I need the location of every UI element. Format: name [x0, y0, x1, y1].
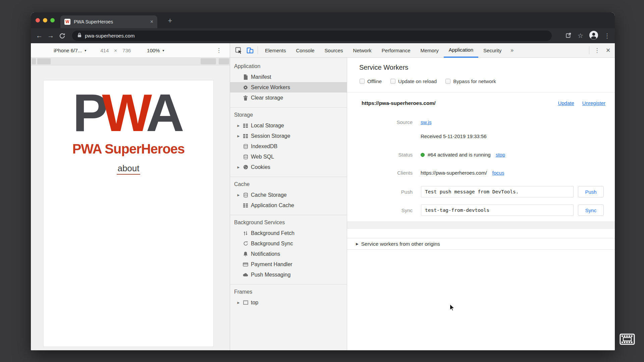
tab-performance[interactable]: Performance: [377, 43, 416, 58]
tab-sources[interactable]: Sources: [320, 43, 348, 58]
update-on-reload-checkbox[interactable]: Update on reload: [390, 78, 437, 84]
clients-label: Clients: [347, 170, 413, 176]
expand-triangle-icon[interactable]: ▶: [235, 124, 241, 127]
bell-icon: [241, 251, 250, 257]
device-name: iPhone 6/7...: [54, 48, 82, 53]
push-message-input[interactable]: [421, 186, 574, 197]
tab-console[interactable]: Console: [291, 43, 320, 58]
forward-icon[interactable]: →: [45, 32, 56, 40]
update-link[interactable]: Update: [558, 100, 574, 106]
url-bar[interactable]: pwa-superheroes.com: [72, 31, 552, 41]
scroll-segment: [37, 58, 51, 64]
table-icon: [241, 123, 250, 128]
sidebar-item-clear-storage[interactable]: Clear storage: [230, 93, 347, 103]
minimize-window-button[interactable]: [43, 18, 47, 22]
device-height[interactable]: 736: [122, 48, 131, 53]
avatar[interactable]: [589, 31, 598, 41]
frame-icon: [241, 300, 250, 305]
focus-link[interactable]: focus: [492, 170, 504, 176]
open-in-window-icon[interactable]: [566, 32, 572, 40]
sidebar-item-background-fetch[interactable]: Background Fetch: [230, 228, 347, 238]
new-tab-button[interactable]: +: [165, 16, 175, 25]
expand-triangle-icon[interactable]: ▶: [235, 301, 241, 304]
horizontal-scroll-track[interactable]: [31, 58, 230, 65]
expand-triangle-icon[interactable]: ▶: [235, 134, 241, 138]
tab-network[interactable]: Network: [348, 43, 377, 58]
tab-strip: W PWA SuperHeroes × +: [31, 12, 615, 28]
status-text: #64 activated and is running: [428, 152, 491, 158]
sidebar-item-indexeddb[interactable]: IndexedDB: [230, 141, 347, 152]
expand-triangle-icon[interactable]: ▶: [235, 193, 241, 197]
reload-icon[interactable]: [56, 33, 68, 39]
sidebar-item-application-cache[interactable]: Application Cache: [230, 200, 347, 210]
devtools-close-icon[interactable]: ✕: [601, 47, 615, 54]
devtools-body: Application Manifest Service Workers: [230, 58, 615, 350]
devtools-menu-icon[interactable]: ⋮: [593, 47, 601, 54]
sync-arrows-icon: [241, 241, 250, 246]
dimension-times-icon: ×: [114, 48, 117, 53]
more-tabs-icon[interactable]: »: [511, 47, 514, 53]
checkbox-box[interactable]: [445, 79, 450, 84]
browser-toolbar: ← → pwa-superheroes.com ☆ ⋮: [31, 28, 615, 43]
device-toolbar-toggle-icon[interactable]: [244, 47, 256, 54]
sidebar-item-push-messaging[interactable]: Push Messaging: [230, 269, 347, 280]
chevron-down-icon: ▾: [162, 49, 164, 52]
browser-tab[interactable]: W PWA SuperHeroes ×: [60, 15, 157, 28]
sidebar-item-notifications[interactable]: Notifications: [230, 249, 347, 259]
tab-elements[interactable]: Elements: [260, 43, 291, 58]
sync-tag-input[interactable]: [421, 204, 574, 216]
tab-close-icon[interactable]: ×: [150, 19, 153, 25]
source-file-link[interactable]: sw.js: [421, 119, 432, 125]
device-width[interactable]: 414: [100, 48, 109, 53]
sidebar-item-local-storage[interactable]: ▶ Local Storage: [230, 120, 347, 131]
device-dimensions: 414 × 736: [100, 48, 131, 53]
sidebar-item-background-sync[interactable]: Background Sync: [230, 238, 347, 249]
trash-icon: [241, 95, 250, 101]
tab-application[interactable]: Application: [444, 43, 478, 58]
back-icon[interactable]: ←: [34, 32, 45, 40]
section-divider-band: [347, 222, 615, 229]
application-sidebar: Application Manifest Service Workers: [230, 58, 347, 350]
client-url: https://pwa-superheroes.com/: [421, 170, 487, 176]
about-link[interactable]: about: [117, 163, 140, 175]
table-icon: [241, 203, 250, 208]
cloud-icon: [241, 273, 250, 277]
lock-icon: [77, 33, 82, 39]
checkbox-box[interactable]: [390, 79, 395, 84]
sidebar-item-manifest[interactable]: Manifest: [230, 72, 347, 82]
offline-checkbox[interactable]: Offline: [360, 78, 382, 84]
sidebar-item-top-frame[interactable]: ▶ top: [230, 297, 347, 308]
zoom-selector[interactable]: 100% ▾: [147, 48, 164, 53]
sidebar-section-cache: Cache: [230, 177, 347, 190]
sidebar-item-payment-handler[interactable]: Payment Handler: [230, 259, 347, 269]
bypass-for-network-checkbox[interactable]: Bypass for network: [445, 78, 496, 84]
fullscreen-window-button[interactable]: [50, 18, 55, 22]
sidebar-item-cache-storage[interactable]: ▶ Cache Storage: [230, 190, 347, 200]
database-icon: [241, 192, 250, 198]
sidebar-item-service-workers[interactable]: Service Workers: [230, 82, 347, 93]
tab-security[interactable]: Security: [478, 43, 506, 58]
scroll-segment: [32, 58, 36, 64]
sidebar-section-background-services: Background Services: [230, 215, 347, 228]
inspect-element-icon[interactable]: [233, 47, 244, 54]
database-icon: [241, 154, 250, 160]
unregister-link[interactable]: Unregister: [582, 100, 605, 106]
expand-triangle-icon[interactable]: ▶: [356, 242, 359, 246]
sidebar-item-cookies[interactable]: ▶ Cookies: [230, 162, 347, 172]
checkbox-box[interactable]: [360, 79, 365, 84]
other-origins-row[interactable]: ▶ Service workers from other origins: [347, 238, 615, 250]
sidebar-item-web-sql[interactable]: Web SQL: [230, 152, 347, 162]
close-window-button[interactable]: [36, 18, 40, 22]
tab-memory[interactable]: Memory: [416, 43, 444, 58]
stop-link[interactable]: stop: [496, 152, 505, 158]
toolbar-separator: [589, 46, 589, 54]
document-icon: [241, 74, 250, 80]
device-toolbar-menu-icon[interactable]: ⋮: [216, 47, 222, 54]
push-button[interactable]: Push: [578, 186, 604, 197]
expand-triangle-icon[interactable]: ▶: [235, 166, 241, 169]
sync-button[interactable]: Sync: [578, 204, 604, 216]
browser-menu-icon[interactable]: ⋮: [604, 32, 610, 40]
bookmark-star-icon[interactable]: ☆: [578, 32, 583, 40]
device-selector[interactable]: iPhone 6/7... ▾: [54, 48, 86, 53]
sidebar-item-session-storage[interactable]: ▶ Session Storage: [230, 131, 347, 141]
